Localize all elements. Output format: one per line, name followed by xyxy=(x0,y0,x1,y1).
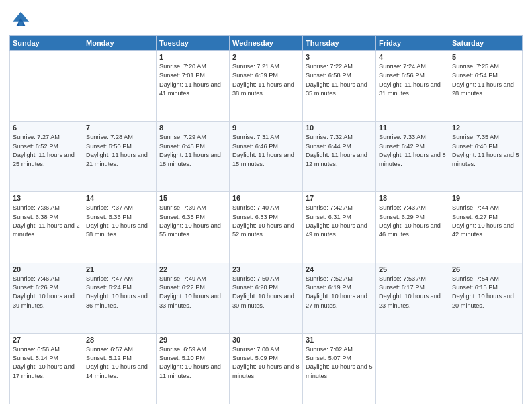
calendar-cell: 7Sunrise: 7:28 AMSunset: 6:50 PMDaylight… xyxy=(83,122,157,192)
day-header-wednesday: Wednesday xyxy=(230,36,303,51)
day-number: 21 xyxy=(86,265,153,273)
day-number: 18 xyxy=(379,194,446,202)
calendar-cell xyxy=(376,333,449,404)
svg-rect-2 xyxy=(19,22,23,26)
cell-info: Sunrise: 7:42 AMSunset: 6:31 PMDaylight:… xyxy=(306,203,373,239)
calendar-cell: 9Sunrise: 7:31 AMSunset: 6:46 PMDaylight… xyxy=(230,122,303,192)
cell-info: Sunrise: 7:21 AMSunset: 6:59 PMDaylight:… xyxy=(232,62,300,98)
calendar-cell: 13Sunrise: 7:36 AMSunset: 6:38 PMDayligh… xyxy=(10,192,83,263)
day-number: 24 xyxy=(306,265,373,273)
calendar-cell: 25Sunrise: 7:53 AMSunset: 6:17 PMDayligh… xyxy=(376,263,449,333)
calendar-cell: 12Sunrise: 7:35 AMSunset: 6:40 PMDayligh… xyxy=(449,122,523,192)
calendar-week-3: 13Sunrise: 7:36 AMSunset: 6:38 PMDayligh… xyxy=(10,192,523,263)
calendar-table: SundayMondayTuesdayWednesdayThursdayFrid… xyxy=(9,35,523,404)
cell-info: Sunrise: 7:32 AMSunset: 6:44 PMDaylight:… xyxy=(306,133,373,169)
day-header-saturday: Saturday xyxy=(449,36,523,51)
cell-info: Sunrise: 7:43 AMSunset: 6:29 PMDaylight:… xyxy=(379,203,446,239)
page: SundayMondayTuesdayWednesdayThursdayFrid… xyxy=(0,0,532,411)
calendar-header-row: SundayMondayTuesdayWednesdayThursdayFrid… xyxy=(10,36,523,51)
day-number: 3 xyxy=(306,53,373,61)
calendar-cell: 5Sunrise: 7:25 AMSunset: 6:54 PMDaylight… xyxy=(449,51,523,122)
day-number: 14 xyxy=(86,194,153,202)
cell-info: Sunrise: 7:02 AMSunset: 5:07 PMDaylight:… xyxy=(306,345,373,381)
day-number: 31 xyxy=(306,336,373,344)
calendar-cell: 19Sunrise: 7:44 AMSunset: 6:27 PMDayligh… xyxy=(449,192,523,263)
calendar-cell: 15Sunrise: 7:39 AMSunset: 6:35 PMDayligh… xyxy=(157,192,230,263)
cell-info: Sunrise: 6:56 AMSunset: 5:14 PMDaylight:… xyxy=(13,345,80,381)
day-number: 20 xyxy=(13,265,80,273)
cell-info: Sunrise: 7:27 AMSunset: 6:52 PMDaylight:… xyxy=(13,133,80,169)
cell-info: Sunrise: 7:35 AMSunset: 6:40 PMDaylight:… xyxy=(452,133,519,169)
cell-info: Sunrise: 7:54 AMSunset: 6:15 PMDaylight:… xyxy=(452,275,519,310)
cell-info: Sunrise: 7:37 AMSunset: 6:36 PMDaylight:… xyxy=(86,203,153,239)
calendar-week-5: 27Sunrise: 6:56 AMSunset: 5:14 PMDayligh… xyxy=(10,333,523,404)
day-number: 26 xyxy=(452,265,519,273)
calendar-cell: 24Sunrise: 7:52 AMSunset: 6:19 PMDayligh… xyxy=(303,263,376,333)
cell-info: Sunrise: 6:59 AMSunset: 5:10 PMDaylight:… xyxy=(159,345,226,381)
calendar-cell: 18Sunrise: 7:43 AMSunset: 6:29 PMDayligh… xyxy=(376,192,449,263)
calendar-cell: 6Sunrise: 7:27 AMSunset: 6:52 PMDaylight… xyxy=(10,122,83,192)
calendar-cell: 30Sunrise: 7:00 AMSunset: 5:09 PMDayligh… xyxy=(230,333,303,404)
cell-info: Sunrise: 7:49 AMSunset: 6:22 PMDaylight:… xyxy=(159,275,226,310)
day-number: 23 xyxy=(232,265,300,273)
cell-info: Sunrise: 7:00 AMSunset: 5:09 PMDaylight:… xyxy=(232,345,300,381)
calendar-cell: 14Sunrise: 7:37 AMSunset: 6:36 PMDayligh… xyxy=(83,192,157,263)
day-header-tuesday: Tuesday xyxy=(157,36,230,51)
day-number: 8 xyxy=(159,124,226,132)
cell-info: Sunrise: 6:57 AMSunset: 5:12 PMDaylight:… xyxy=(86,345,153,381)
day-number: 4 xyxy=(379,53,446,61)
day-number: 22 xyxy=(159,265,226,273)
day-number: 15 xyxy=(159,194,226,202)
cell-info: Sunrise: 7:44 AMSunset: 6:27 PMDaylight:… xyxy=(452,203,519,239)
calendar-cell xyxy=(449,333,523,404)
cell-info: Sunrise: 7:24 AMSunset: 6:56 PMDaylight:… xyxy=(379,62,446,98)
calendar-cell: 16Sunrise: 7:40 AMSunset: 6:33 PMDayligh… xyxy=(230,192,303,263)
calendar-cell: 26Sunrise: 7:54 AMSunset: 6:15 PMDayligh… xyxy=(449,263,523,333)
calendar-cell: 8Sunrise: 7:29 AMSunset: 6:48 PMDaylight… xyxy=(157,122,230,192)
day-number: 10 xyxy=(306,124,373,132)
calendar-week-2: 6Sunrise: 7:27 AMSunset: 6:52 PMDaylight… xyxy=(10,122,523,192)
calendar-week-1: 1Sunrise: 7:20 AMSunset: 7:01 PMDaylight… xyxy=(10,51,523,122)
calendar-cell: 27Sunrise: 6:56 AMSunset: 5:14 PMDayligh… xyxy=(10,333,83,404)
cell-info: Sunrise: 7:40 AMSunset: 6:33 PMDaylight:… xyxy=(232,203,300,239)
cell-info: Sunrise: 7:31 AMSunset: 6:46 PMDaylight:… xyxy=(232,133,300,169)
calendar-cell: 22Sunrise: 7:49 AMSunset: 6:22 PMDayligh… xyxy=(157,263,230,333)
calendar-cell xyxy=(83,51,157,122)
cell-info: Sunrise: 7:25 AMSunset: 6:54 PMDaylight:… xyxy=(452,62,519,98)
day-number: 17 xyxy=(306,194,373,202)
calendar-cell: 20Sunrise: 7:46 AMSunset: 6:26 PMDayligh… xyxy=(10,263,83,333)
cell-info: Sunrise: 7:46 AMSunset: 6:26 PMDaylight:… xyxy=(13,275,80,310)
calendar-cell: 23Sunrise: 7:50 AMSunset: 6:20 PMDayligh… xyxy=(230,263,303,333)
day-number: 13 xyxy=(13,194,80,202)
calendar-cell: 21Sunrise: 7:47 AMSunset: 6:24 PMDayligh… xyxy=(83,263,157,333)
cell-info: Sunrise: 7:47 AMSunset: 6:24 PMDaylight:… xyxy=(86,275,153,310)
day-header-thursday: Thursday xyxy=(303,36,376,51)
day-number: 25 xyxy=(379,265,446,273)
day-number: 28 xyxy=(86,336,153,344)
day-number: 16 xyxy=(232,194,300,202)
calendar-cell xyxy=(10,51,83,122)
cell-info: Sunrise: 7:28 AMSunset: 6:50 PMDaylight:… xyxy=(86,133,153,169)
cell-info: Sunrise: 7:39 AMSunset: 6:35 PMDaylight:… xyxy=(159,203,226,239)
day-number: 6 xyxy=(13,124,80,132)
day-number: 11 xyxy=(379,124,446,132)
day-number: 5 xyxy=(452,53,519,61)
day-number: 1 xyxy=(159,53,226,61)
day-number: 12 xyxy=(452,124,519,132)
calendar-cell: 3Sunrise: 7:22 AMSunset: 6:58 PMDaylight… xyxy=(303,51,376,122)
cell-info: Sunrise: 7:33 AMSunset: 6:42 PMDaylight:… xyxy=(379,133,446,169)
day-header-sunday: Sunday xyxy=(10,36,83,51)
calendar-cell: 31Sunrise: 7:02 AMSunset: 5:07 PMDayligh… xyxy=(303,333,376,404)
calendar-cell: 17Sunrise: 7:42 AMSunset: 6:31 PMDayligh… xyxy=(303,192,376,263)
day-number: 7 xyxy=(86,124,153,132)
calendar-cell: 11Sunrise: 7:33 AMSunset: 6:42 PMDayligh… xyxy=(376,122,449,192)
day-number: 2 xyxy=(232,53,300,61)
calendar-week-4: 20Sunrise: 7:46 AMSunset: 6:26 PMDayligh… xyxy=(10,263,523,333)
cell-info: Sunrise: 7:29 AMSunset: 6:48 PMDaylight:… xyxy=(159,133,226,169)
day-header-monday: Monday xyxy=(83,36,157,51)
day-number: 19 xyxy=(452,194,519,202)
calendar-cell: 29Sunrise: 6:59 AMSunset: 5:10 PMDayligh… xyxy=(157,333,230,404)
calendar-cell: 4Sunrise: 7:24 AMSunset: 6:56 PMDaylight… xyxy=(376,51,449,122)
day-number: 27 xyxy=(13,336,80,344)
day-number: 29 xyxy=(159,336,226,344)
